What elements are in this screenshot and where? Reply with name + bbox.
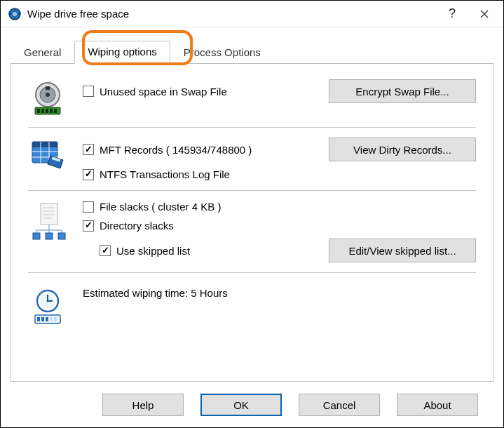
tab-panel-wiping: Unused space in Swap File Encrypt Swap F… [11, 63, 493, 382]
clock-icon [28, 287, 67, 325]
svg-rect-30 [46, 233, 53, 239]
checkbox-label: NTFS Transactions Log File [100, 168, 230, 180]
checkbox-label: Unused space in Swap File [100, 86, 227, 98]
checkbox-directory-slacks[interactable]: Directory slacks [83, 220, 174, 232]
tab-wiping-options[interactable]: Wiping options [74, 41, 170, 64]
svg-rect-40 [46, 317, 48, 321]
tab-general[interactable]: General [11, 41, 74, 64]
help-button[interactable]: ? [436, 1, 468, 27]
svg-rect-8 [41, 109, 44, 113]
slacks-icon [28, 201, 67, 240]
view-dirty-records-button[interactable]: View Dirty Records... [329, 138, 476, 161]
swap-icon [28, 79, 67, 117]
app-icon [8, 7, 22, 21]
svg-rect-42 [54, 317, 57, 321]
checkbox-box [83, 144, 94, 155]
dialog-window: Wipe drive free space ? General Wiping o… [0, 0, 504, 428]
checkbox-unused-swap[interactable]: Unused space in Swap File [83, 86, 227, 98]
checkbox-box [83, 201, 94, 213]
checkbox-mft-records[interactable]: MFT Records ( 145934/748800 ) [83, 144, 252, 156]
title-bar: Wipe drive free space ? [1, 1, 503, 27]
checkbox-ntfs-log[interactable]: NTFS Transactions Log File [83, 168, 230, 180]
checkbox-box [100, 245, 111, 256]
checkbox-label: MFT Records ( 145934/748800 ) [100, 144, 252, 156]
checkbox-label: File slacks ( cluster 4 KB ) [100, 201, 221, 213]
svg-rect-7 [37, 109, 40, 113]
help-button[interactable]: Help [102, 394, 184, 416]
svg-rect-38 [37, 317, 40, 321]
checkbox-box [83, 169, 94, 180]
close-button[interactable] [468, 1, 500, 27]
divider [28, 190, 476, 191]
svg-rect-11 [54, 109, 57, 113]
section-mft: MFT Records ( 145934/748800 ) View Dirty… [28, 132, 476, 187]
section-slacks: File slacks ( cluster 4 KB ) Directory s… [28, 195, 476, 269]
divider [28, 127, 476, 128]
section-swap: Unused space in Swap File Encrypt Swap F… [28, 74, 476, 124]
tab-process-options[interactable]: Process Options [170, 41, 274, 64]
cancel-button[interactable]: Cancel [299, 394, 380, 416]
checkbox-box [83, 86, 94, 97]
edit-skipped-list-button[interactable]: Edit/View skipped list... [329, 239, 476, 262]
checkbox-use-skipped-list[interactable]: Use skipped list [100, 245, 190, 257]
encrypt-swap-button[interactable]: Encrypt Swap File... [329, 79, 476, 103]
svg-rect-19 [41, 203, 57, 225]
svg-rect-31 [58, 233, 65, 239]
ok-button[interactable]: OK [200, 394, 282, 416]
svg-rect-41 [50, 317, 53, 321]
svg-rect-9 [46, 109, 48, 113]
svg-rect-29 [33, 233, 40, 239]
mft-icon [28, 138, 67, 173]
dialog-button-bar: Help OK Cancel About [1, 382, 503, 427]
window-title: Wipe drive free space [27, 8, 436, 20]
svg-point-4 [46, 93, 50, 97]
svg-rect-5 [46, 86, 50, 90]
checkbox-label: Use skipped list [116, 245, 190, 257]
checkbox-label: Directory slacks [100, 220, 174, 232]
section-estimate: Estimated wiping time: 5 Hours [28, 277, 476, 332]
svg-point-1 [13, 12, 17, 16]
svg-rect-39 [41, 317, 44, 321]
svg-rect-10 [50, 109, 53, 113]
divider [28, 272, 476, 273]
estimated-time-label: Estimated wiping time: 5 Hours [83, 287, 476, 299]
svg-point-36 [47, 300, 49, 302]
tab-strip: General Wiping options Process Options [1, 27, 503, 64]
checkbox-file-slacks[interactable]: File slacks ( cluster 4 KB ) [83, 201, 221, 213]
svg-rect-13 [32, 142, 57, 147]
checkbox-box [83, 220, 94, 232]
about-button[interactable]: About [397, 394, 478, 416]
